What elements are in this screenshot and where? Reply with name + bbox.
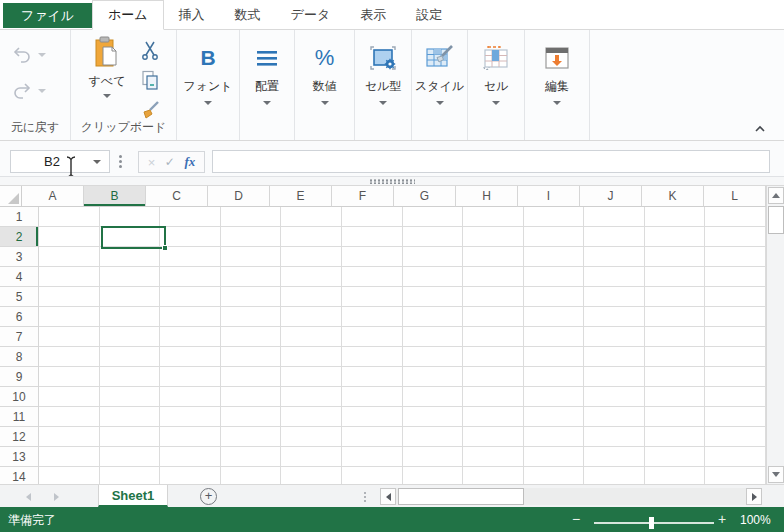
row-header-8[interactable]: 8	[0, 347, 39, 367]
cell-H12[interactable]	[463, 427, 524, 447]
cell-I5[interactable]	[524, 287, 585, 307]
cell-H3[interactable]	[463, 247, 524, 267]
cell-B14[interactable]	[100, 467, 161, 484]
cell-dropdown-caret[interactable]	[492, 101, 500, 105]
cell-F7[interactable]	[342, 327, 403, 347]
cell-D12[interactable]	[221, 427, 282, 447]
cell-A7[interactable]	[39, 327, 100, 347]
cell-D4[interactable]	[221, 267, 282, 287]
cell-I3[interactable]	[524, 247, 585, 267]
cell-K2[interactable]	[645, 227, 706, 247]
cell-D13[interactable]	[221, 447, 282, 467]
cell-F12[interactable]	[342, 427, 403, 447]
column-header-J[interactable]: J	[580, 186, 642, 207]
cell-B8[interactable]	[100, 347, 161, 367]
row-header-10[interactable]: 10	[0, 387, 39, 407]
cancel-button[interactable]: ×	[148, 155, 156, 170]
column-header-F[interactable]: F	[332, 186, 394, 207]
redo-dropdown-caret[interactable]	[38, 89, 46, 93]
cell-C6[interactable]	[160, 307, 221, 327]
cell-H4[interactable]	[463, 267, 524, 287]
cell-E13[interactable]	[281, 447, 342, 467]
paste-dropdown-caret[interactable]	[103, 94, 111, 98]
row-header-12[interactable]: 12	[0, 427, 39, 447]
row-header-1[interactable]: 1	[0, 207, 39, 227]
tab-挿入[interactable]: 挿入	[164, 0, 220, 29]
cell-L10[interactable]	[705, 387, 766, 407]
cell-K7[interactable]	[645, 327, 706, 347]
cell-E8[interactable]	[281, 347, 342, 367]
cell-A12[interactable]	[39, 427, 100, 447]
undo-dropdown-caret[interactable]	[38, 53, 46, 57]
cell-A9[interactable]	[39, 367, 100, 387]
copy-button[interactable]	[137, 68, 163, 92]
cell-F14[interactable]	[342, 467, 403, 484]
column-header-G[interactable]: G	[394, 186, 456, 207]
cell-E10[interactable]	[281, 387, 342, 407]
cell-D11[interactable]	[221, 407, 282, 427]
scroll-up-button[interactable]	[768, 187, 784, 204]
sheet-nav-right-button[interactable]	[48, 489, 64, 505]
cell-E1[interactable]	[281, 207, 342, 227]
cell-H6[interactable]	[463, 307, 524, 327]
cell-L8[interactable]	[705, 347, 766, 367]
cell-J9[interactable]	[584, 367, 645, 387]
name-box[interactable]: B2	[10, 150, 110, 173]
redo-button[interactable]	[12, 82, 46, 100]
cell-format-dropdown-caret[interactable]	[379, 101, 387, 105]
enter-button[interactable]: ✓	[165, 155, 175, 169]
cell-L7[interactable]	[705, 327, 766, 347]
cell-G12[interactable]	[403, 427, 464, 447]
horizontal-scrollbar-thumb[interactable]	[398, 488, 524, 505]
formula-input[interactable]	[212, 150, 770, 173]
cell-D14[interactable]	[221, 467, 282, 484]
cell-C4[interactable]	[160, 267, 221, 287]
name-box-dropdown-caret[interactable]	[93, 160, 101, 164]
cell-F8[interactable]	[342, 347, 403, 367]
cell-K12[interactable]	[645, 427, 706, 447]
cell-H7[interactable]	[463, 327, 524, 347]
cell-A5[interactable]	[39, 287, 100, 307]
cell-L2[interactable]	[705, 227, 766, 247]
cell-J3[interactable]	[584, 247, 645, 267]
cell-K14[interactable]	[645, 467, 706, 484]
cell-F11[interactable]	[342, 407, 403, 427]
cell-I14[interactable]	[524, 467, 585, 484]
cell-K4[interactable]	[645, 267, 706, 287]
column-header-H[interactable]: H	[456, 186, 518, 207]
formula-grid-splitter[interactable]	[0, 176, 784, 186]
file-menu-button[interactable]: ファイル	[3, 3, 92, 28]
row-header-11[interactable]: 11	[0, 407, 39, 427]
cell-E7[interactable]	[281, 327, 342, 347]
cell-G4[interactable]	[403, 267, 464, 287]
cell-B12[interactable]	[100, 427, 161, 447]
cell-I7[interactable]	[524, 327, 585, 347]
row-header-4[interactable]: 4	[0, 267, 39, 287]
row-header-5[interactable]: 5	[0, 287, 39, 307]
tab-数式[interactable]: 数式	[220, 0, 276, 29]
cell-L6[interactable]	[705, 307, 766, 327]
cell-C2[interactable]	[160, 227, 221, 247]
cell-B10[interactable]	[100, 387, 161, 407]
cell-E14[interactable]	[281, 467, 342, 484]
cell-E6[interactable]	[281, 307, 342, 327]
cell-J2[interactable]	[584, 227, 645, 247]
cell-L5[interactable]	[705, 287, 766, 307]
insert-function-button[interactable]: fx	[184, 154, 195, 170]
sheet-nav-left-button[interactable]	[20, 489, 36, 505]
cell-G1[interactable]	[403, 207, 464, 227]
cell-button[interactable]: セル	[468, 40, 524, 105]
cell-A3[interactable]	[39, 247, 100, 267]
cell-E5[interactable]	[281, 287, 342, 307]
cut-button[interactable]	[137, 38, 163, 62]
cell-H5[interactable]	[463, 287, 524, 307]
cell-A10[interactable]	[39, 387, 100, 407]
cell-G2[interactable]	[403, 227, 464, 247]
add-sheet-button[interactable]: +	[200, 488, 217, 505]
cell-format-button[interactable]: セル型	[355, 40, 411, 105]
cell-A1[interactable]	[39, 207, 100, 227]
column-header-D[interactable]: D	[208, 186, 270, 207]
column-header-C[interactable]: C	[146, 186, 208, 207]
undo-button[interactable]	[12, 46, 46, 64]
cell-L11[interactable]	[705, 407, 766, 427]
